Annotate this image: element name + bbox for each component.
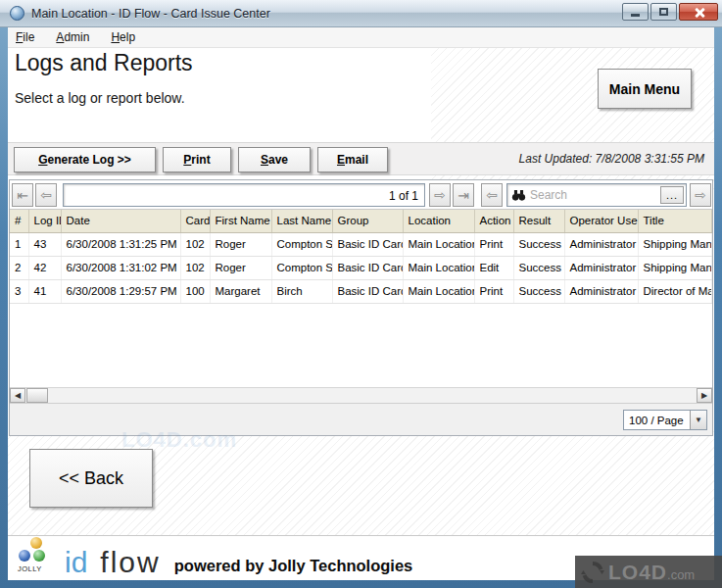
col-header-operator-use[interactable]: Operator Use — [564, 210, 638, 232]
page-size-dropdown[interactable]: 100 / Page ▼ — [623, 410, 707, 430]
find-next-button[interactable]: ⇨ — [690, 183, 711, 207]
scroll-left-icon: ◀ — [15, 391, 21, 400]
scrollbar-thumb[interactable] — [26, 388, 48, 403]
cell: Success — [513, 256, 564, 279]
cell: 42 — [28, 256, 61, 279]
find-previous-icon: ⇦ — [486, 187, 498, 203]
table-row[interactable]: 3 41 6/30/2008 1:29:57 PM 100 Margaret B… — [10, 279, 712, 303]
app-icon — [10, 6, 24, 21]
table-row[interactable]: 1 43 6/30/2008 1:31:25 PM 102 Roger Comp… — [10, 232, 712, 256]
jolly-label: JOLLY — [18, 564, 42, 573]
app-window: Main Location - ID Flow - Card Issue Cen… — [0, 0, 722, 588]
brand-id-text: id — [65, 550, 87, 575]
menu-file[interactable]: File — [16, 30, 34, 44]
table-row[interactable]: 2 42 6/30/2008 1:31:02 PM 102 Roger Comp… — [10, 256, 712, 279]
page-size-bar: 100 / Page ▼ — [10, 403, 712, 435]
cell: Basic ID Card — [332, 232, 403, 256]
cell: 1 — [10, 232, 28, 256]
generate-log-button[interactable]: Generate Log >> — [14, 147, 156, 172]
cell: Compton Sr — [271, 232, 332, 256]
first-page-button[interactable]: ⇤ — [12, 183, 33, 207]
menu-help[interactable]: Help — [111, 30, 135, 44]
cell: 6/30/2008 1:31:25 PM — [61, 232, 180, 256]
cell: Administrator — [564, 256, 638, 279]
cell: Director of Marl — [638, 279, 712, 303]
cell: 102 — [180, 232, 210, 256]
jolly-logo-icon: JOLLY — [18, 537, 53, 574]
cell: Success — [513, 232, 564, 256]
find-next-icon: ⇨ — [695, 187, 706, 203]
col-header-log-id[interactable]: Log ID — [28, 210, 61, 232]
col-header-location[interactable]: Location — [403, 210, 474, 232]
cell: 3 — [10, 279, 28, 303]
page-indicator-field[interactable]: 1 of 1 — [63, 183, 425, 207]
horizontal-scrollbar[interactable]: ◀ ▶ — [10, 387, 712, 403]
cell: Print — [474, 232, 513, 256]
cell: Print — [474, 279, 513, 303]
cell: Roger — [210, 256, 271, 279]
last-page-button[interactable]: ⇥ — [453, 183, 474, 207]
watermark-text: LO4D — [608, 561, 667, 584]
powered-by-text: powered by Jolly Technologies — [174, 558, 413, 574]
cell: 100 — [180, 279, 210, 303]
search-input[interactable] — [526, 188, 660, 202]
last-updated-label: Last Updated: 7/8/2008 3:31:55 PM — [519, 152, 704, 166]
menu-bar: File Admin Help — [8, 27, 714, 48]
print-button[interactable]: Print — [163, 147, 231, 172]
col-header-first-name[interactable]: First Name — [210, 210, 271, 232]
col-header-title[interactable]: Title — [638, 210, 712, 232]
col-header-result[interactable]: Result — [513, 210, 564, 232]
main-menu-button[interactable]: Main Menu — [598, 69, 692, 109]
circular-arrows-icon — [581, 561, 604, 584]
cell: Compton Sr — [271, 256, 332, 279]
jolly-ball-blue — [19, 550, 30, 562]
title-bar[interactable]: Main Location - ID Flow - Card Issue Cen… — [0, 0, 722, 27]
maximize-icon — [659, 8, 668, 16]
minimize-button[interactable] — [622, 3, 649, 21]
cell: Success — [513, 279, 564, 303]
binoculars-icon — [511, 190, 526, 201]
back-button[interactable]: << Back — [29, 449, 153, 508]
cell: Main Location — [403, 232, 474, 256]
col-header-date[interactable]: Date — [61, 210, 180, 232]
search-box: ... — [506, 183, 687, 207]
previous-page-icon: ⇦ — [40, 187, 52, 203]
minimize-icon — [631, 14, 640, 17]
cell: Margaret — [210, 279, 271, 303]
cell: Administrator — [564, 232, 638, 256]
scroll-right-icon: ▶ — [701, 391, 707, 400]
col-header-last-name[interactable]: Last Name — [271, 210, 332, 232]
pager-bar: ⇤ ⇦ 1 of 1 ⇨ ⇥ ⇦ ... ⇨ — [10, 180, 712, 210]
cell: Administrator — [564, 279, 638, 303]
close-button[interactable] — [679, 3, 718, 21]
next-page-button[interactable]: ⇨ — [429, 183, 451, 207]
cell: 102 — [180, 256, 210, 279]
cell: Roger — [210, 232, 271, 256]
next-page-icon: ⇨ — [434, 187, 446, 203]
page-title: Logs and Reports — [15, 50, 193, 76]
scroll-right-button[interactable]: ▶ — [697, 388, 712, 403]
previous-page-button[interactable]: ⇦ — [35, 183, 57, 207]
window-title: Main Location - ID Flow - Card Issue Cen… — [31, 7, 270, 21]
cell: Main Location — [403, 256, 474, 279]
table-header-row: # Log ID Date Cardh First Name Last Name… — [10, 210, 712, 232]
watermark-suffix: .com — [667, 567, 695, 582]
email-button[interactable]: Email — [317, 147, 388, 172]
col-header-cardholder[interactable]: Cardh — [180, 210, 210, 232]
cell: Basic ID Card — [332, 256, 403, 279]
cell: 41 — [28, 279, 61, 303]
find-previous-button[interactable]: ⇦ — [481, 183, 503, 207]
search-options-button[interactable]: ... — [660, 186, 684, 204]
col-header-group[interactable]: Group — [332, 210, 403, 232]
jolly-ball-green — [33, 550, 45, 562]
menu-admin[interactable]: Admin — [56, 30, 89, 44]
page-size-value: 100 / Page — [624, 415, 690, 426]
log-table: # Log ID Date Cardh First Name Last Name… — [10, 210, 712, 304]
maximize-button[interactable] — [650, 3, 677, 21]
col-header-number[interactable]: # — [10, 210, 28, 232]
save-button[interactable]: Save — [238, 147, 311, 172]
col-header-action[interactable]: Action — [474, 210, 513, 232]
cell: Basic ID Card — [332, 279, 403, 303]
scroll-left-button[interactable]: ◀ — [10, 388, 25, 403]
cell: 6/30/2008 1:31:02 PM — [61, 256, 180, 279]
